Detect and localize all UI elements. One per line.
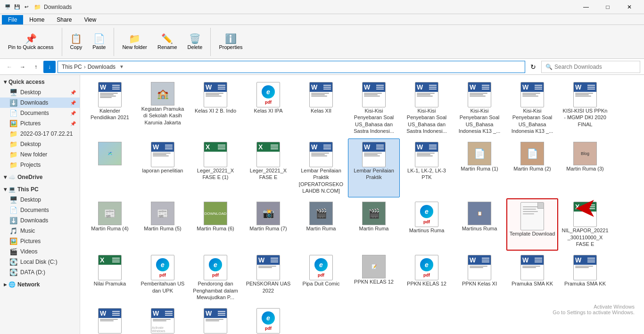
ribbon-paste-button[interactable]: 📄 Paste [88, 32, 110, 52]
list-item[interactable]: W laporan penelitian [137, 138, 189, 197]
sidebar-item-date-folder[interactable]: 📁 2022-03-17 07.22.21 [0, 129, 80, 139]
list-item[interactable]: W LK-1, LK-2, LK-3 PTK [401, 138, 453, 197]
address-thispc[interactable]: This PC [62, 64, 82, 70]
address-dropdown-arrow[interactable]: ▼ [119, 64, 124, 69]
list-item[interactable]: X NIL_RAPOR_20221_300110000_X FASE E [559, 198, 611, 251]
sidebar-item-pc-data[interactable]: 💽 DATA (D:) [0, 267, 80, 277]
pc-desktop-icon: 🖥️ [9, 196, 17, 204]
list-item[interactable]: W KISI-KISI US PPKn - MGMP DKI 2020 FINA… [559, 79, 611, 138]
list-item[interactable]: W Kelas XI 2 B. Indo [190, 79, 241, 138]
address-downloads[interactable]: Downloads [88, 64, 116, 70]
ribbon-rename-button[interactable]: ✏️ Rename [153, 32, 182, 52]
file-label: Martin Ruma (2) [513, 165, 551, 172]
back-button[interactable]: ← [4, 61, 15, 73]
tab-view[interactable]: View [78, 15, 102, 24]
search-box[interactable]: 🔍 [541, 61, 640, 73]
pc-pictures-icon: 🖼️ [9, 237, 17, 245]
list-item[interactable]: e pdf Kelas XI IPA [242, 79, 294, 138]
sidebar-item-pc-music[interactable]: 🎵 Music [0, 226, 80, 236]
list-item[interactable]: 📋 Martinus Ruma [454, 198, 505, 251]
list-item[interactable]: e pdf Pemberitahuan US dan UPK [137, 252, 189, 304]
tab-home[interactable]: Home [23, 15, 50, 24]
copy-icon: 📋 [70, 34, 82, 43]
refresh-button[interactable]: ↻ [527, 61, 539, 73]
file-label: Pipa Duit Comic [303, 280, 340, 287]
list-item[interactable]: W Kelas XII [295, 79, 347, 138]
list-item[interactable]: 🏫 Kegiatan Pramuka di Sekolah Kasih Karu… [137, 79, 189, 138]
window-controls[interactable]: — □ ✕ [575, 0, 640, 14]
list-item[interactable]: 📰 Martin Ruma (5) [137, 198, 189, 251]
photo-thumbnail: 📄 [520, 142, 544, 165]
sidebar-item-pc-downloads[interactable]: ⬇️ Downloads [0, 215, 80, 226]
search-input[interactable] [554, 64, 636, 70]
list-item[interactable]: W Lembar Penilaian Praktik [348, 138, 400, 197]
list-item[interactable]: e pdf Pipa Duit Comic [295, 252, 347, 304]
list-item[interactable]: W PPKN Kelas XI [454, 252, 505, 304]
address-bar[interactable]: This PC › Downloads ▼ [58, 61, 525, 73]
template-download-item[interactable]: Template Download ➤ [506, 198, 558, 251]
list-item[interactable]: W Kisi-Kisi Penyebaran Soal US_Bahasa da… [348, 79, 400, 138]
tab-file[interactable]: File [2, 15, 23, 24]
minimize-button[interactable]: — [575, 0, 597, 14]
sidebar-item-projects[interactable]: 📁 Projects [0, 160, 80, 170]
sidebar-item-pc-documents[interactable]: 📄 Documents [0, 205, 80, 215]
list-item[interactable]: Blog Martin Ruma (3) [559, 138, 611, 197]
sidebar-item-pc-pictures[interactable]: 🖼️ Pictures [0, 236, 80, 246]
list-item[interactable]: 🎬 Martin Ruma [295, 198, 347, 251]
sidebar-item-pc-localdisk[interactable]: 💽 Local Disk (C:) [0, 257, 80, 267]
maximize-button[interactable]: □ [597, 0, 619, 14]
up-button[interactable]: ↑ [30, 61, 41, 73]
list-item[interactable]: W Kisi-Kisi Penyebaran Soal US_Bahasa da… [401, 79, 453, 138]
paste-icon: 📄 [93, 34, 105, 43]
forward-button[interactable]: → [17, 61, 28, 73]
list-item[interactable]: 📝 PPKN KELAS 12 [348, 252, 400, 304]
list-item[interactable]: e pdf Proposal Pak Thio Sungkono [242, 305, 294, 334]
sidebar-item-documents[interactable]: 📄 Documents 📌 [0, 108, 80, 118]
list-item[interactable]: X Nilai Pramuka [84, 252, 136, 304]
ribbon-new-folder-button[interactable]: 📁 New folder [118, 32, 151, 52]
chevron-icon-4: ▸ [4, 281, 7, 288]
list-item[interactable]: W Kalender Pendidikan 2021 [84, 79, 136, 138]
list-item[interactable]: 📸 Martin Ruma (7) [242, 198, 294, 251]
ribbon-pin-button[interactable]: 📌 Pin to Quick access [4, 32, 58, 52]
list-item[interactable]: W PENSKORAN UAS 2022 [242, 252, 294, 304]
list-item[interactable]: 📰 Martin Ruma (4) [84, 198, 136, 251]
list-item[interactable]: 📄 Martin Ruma (1) [454, 138, 505, 197]
sidebar-onedrive-header[interactable]: ▾ ☁️ OneDrive [0, 172, 80, 182]
list-item[interactable]: DOWNLOAD Martin Ruma (6) [190, 198, 241, 251]
sidebar-quickaccess-header[interactable]: ▾ Quick access [0, 77, 80, 87]
sidebar-item-pictures[interactable]: 🖼️ Pictures 📌 [0, 118, 80, 129]
list-item[interactable]: W Proposal Pak Thio Sungkono [190, 305, 241, 334]
sidebar-thispc-header[interactable]: ▾ 💻 This PC [0, 184, 80, 195]
list-item[interactable]: W Pramuka SMA KK [559, 252, 611, 304]
list-item[interactable]: W Pramuka SMA KK [506, 252, 558, 304]
list-item[interactable]: e pdf Martinus Ruma [401, 198, 453, 251]
sidebar-item-pc-desktop[interactable]: 🖥️ Desktop [0, 195, 80, 205]
sidebar-item-downloads[interactable]: ⬇️ Downloads 📌 [0, 98, 80, 108]
list-item[interactable]: W Kisi-Kisi Penyebaran Soal US_Bahasa In… [506, 79, 558, 138]
list-item[interactable]: W Activate Windows proposal LDKS [137, 305, 189, 334]
list-item[interactable]: X Leger_20221_X FASE E [242, 138, 294, 197]
sidebar-item-dekstop[interactable]: 📁 Dekstop [0, 139, 80, 149]
list-item[interactable]: 📄 Martin Ruma (2) [506, 138, 558, 197]
sidebar-network-header[interactable]: ▸ 🌐 Network [0, 279, 80, 290]
list-item[interactable]: W PROGRAM KEGIATAN [84, 305, 136, 334]
list-item[interactable]: X Leger_20221_X FASE E (1) [190, 138, 241, 197]
ribbon-copy-button[interactable]: 📋 Copy [66, 32, 87, 52]
list-item[interactable]: W Kisi-Kisi Penyebaran Soal US_Bahasa In… [454, 79, 505, 138]
ribbon-delete-button[interactable]: 🗑️ Delete [183, 32, 207, 52]
list-item[interactable]: 🗺️ [84, 138, 136, 197]
ribbon-properties-button[interactable]: ℹ️ Properties [215, 32, 247, 52]
computer-icon: 💻 [8, 186, 16, 193]
tab-share[interactable]: Share [50, 15, 78, 24]
sidebar-item-pc-videos[interactable]: 🎬 Videos [0, 246, 80, 257]
list-item[interactable]: W Lembar Penilaian Praktik [OPERATORSEKO… [295, 138, 347, 197]
sidebar-item-newfolder[interactable]: 📁 New folder [0, 149, 80, 160]
list-item[interactable]: e pdf PPKN KELAS 12 [401, 252, 453, 304]
sidebar-item-desktop[interactable]: 🖥️ Desktop 📌 [0, 87, 80, 98]
file-label: Martin Ruma (1) [461, 165, 498, 172]
list-item[interactable]: 🎬 Martin Ruma [348, 198, 400, 251]
file-area[interactable]: W Kalender Pendidikan 2021 🏫 Kegiatan Pr… [80, 75, 644, 334]
close-button[interactable]: ✕ [619, 0, 640, 14]
list-item[interactable]: e pdf Pendorong dan Penghambat dalam Mew… [190, 252, 241, 304]
